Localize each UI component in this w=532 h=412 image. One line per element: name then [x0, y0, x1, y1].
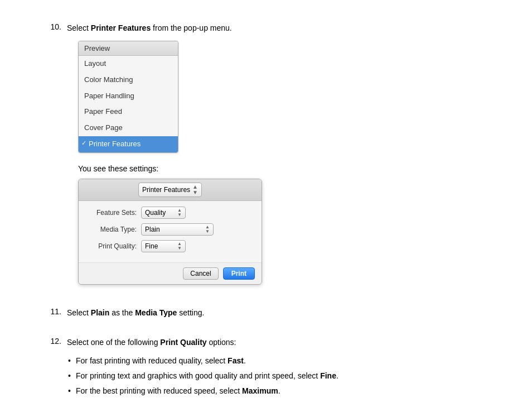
- print-quality-bold: Print Quality: [160, 338, 206, 347]
- print-quality-select[interactable]: Fine ▲ ▼: [141, 240, 186, 252]
- menu-item-printer-features[interactable]: Printer Features: [79, 136, 178, 152]
- dialog-body: Feature Sets: Quality ▲ ▼ Media Type:: [79, 201, 262, 262]
- fine-bold: Fine: [320, 371, 336, 380]
- plain-bold: Plain: [91, 308, 109, 317]
- print-quality-value: Fine: [145, 242, 158, 250]
- print-quality-row: Print Quality: Fine ▲ ▼: [86, 240, 254, 252]
- step-12: 12. Select one of the following Print Qu…: [45, 337, 487, 400]
- print-quality-label: Print Quality:: [86, 242, 137, 250]
- popup-menu: Preview Layout Color Matching Paper Hand…: [78, 41, 178, 153]
- you-see-text: You see these settings:: [78, 164, 487, 173]
- printer-features-dropdown-label: Printer Features: [142, 186, 190, 194]
- menu-item-layout[interactable]: Layout: [79, 56, 178, 72]
- step-10-text: Select Printer Features from the pop-up …: [67, 22, 487, 34]
- dialog-top-bar: Printer Features ▲ ▼: [79, 179, 262, 201]
- dialog-footer: Cancel Print: [79, 262, 262, 284]
- media-type-label: Media Type:: [86, 226, 137, 233]
- pq-fine-item: For printing text and graphics with good…: [67, 370, 487, 382]
- media-type-select[interactable]: Plain ▲ ▼: [141, 223, 214, 236]
- media-type-row: Media Type: Plain ▲ ▼: [86, 223, 254, 236]
- media-type-bold: Media Type: [135, 308, 177, 317]
- feature-sets-arrows-icon: ▲ ▼: [177, 208, 182, 217]
- fast-bold: Fast: [228, 356, 244, 365]
- step-number-10: 10.: [45, 22, 61, 296]
- step-number-12: 12.: [45, 337, 61, 400]
- media-type-value: Plain: [145, 226, 160, 233]
- print-button[interactable]: Print: [223, 267, 255, 280]
- pq-maximum-item: For the best printing with reduced speed…: [67, 385, 487, 397]
- maximum-bold: Maximum: [242, 386, 278, 395]
- feature-sets-row: Feature Sets: Quality ▲ ▼: [86, 207, 254, 219]
- step-12-text: Select one of the following Print Qualit…: [67, 337, 487, 348]
- menu-item-cover-page[interactable]: Cover Page: [79, 120, 178, 136]
- step-11: 11. Select Plain as the Media Type setti…: [45, 307, 487, 325]
- pq-fast-item: For fast printing with reduced quality, …: [67, 355, 487, 367]
- feature-sets-label: Feature Sets:: [86, 209, 137, 217]
- popup-menu-header: Preview: [79, 41, 178, 56]
- printer-features-dropdown[interactable]: Printer Features ▲ ▼: [138, 183, 202, 197]
- cancel-button[interactable]: Cancel: [183, 267, 218, 280]
- feature-sets-select[interactable]: Quality ▲ ▼: [141, 207, 186, 219]
- menu-item-paper-feed[interactable]: Paper Feed: [79, 104, 178, 120]
- dropdown-arrows-icon: ▲ ▼: [192, 184, 198, 195]
- feature-sets-value: Quality: [145, 209, 166, 217]
- menu-item-color-matching[interactable]: Color Matching: [79, 72, 178, 88]
- printer-features-bold: Printer Features: [91, 23, 151, 32]
- media-type-arrows-icon: ▲ ▼: [205, 225, 210, 234]
- print-quality-list: For fast printing with reduced quality, …: [67, 355, 487, 397]
- printer-features-dialog: Printer Features ▲ ▼ Feature Sets: Quali…: [78, 179, 262, 285]
- menu-item-paper-handling[interactable]: Paper Handling: [79, 88, 178, 104]
- print-quality-arrows-icon: ▲ ▼: [177, 242, 182, 251]
- step-11-text: Select Plain as the Media Type setting.: [67, 307, 487, 319]
- step-10: 10. Select Printer Features from the pop…: [45, 22, 487, 296]
- step-number-11: 11.: [45, 307, 61, 325]
